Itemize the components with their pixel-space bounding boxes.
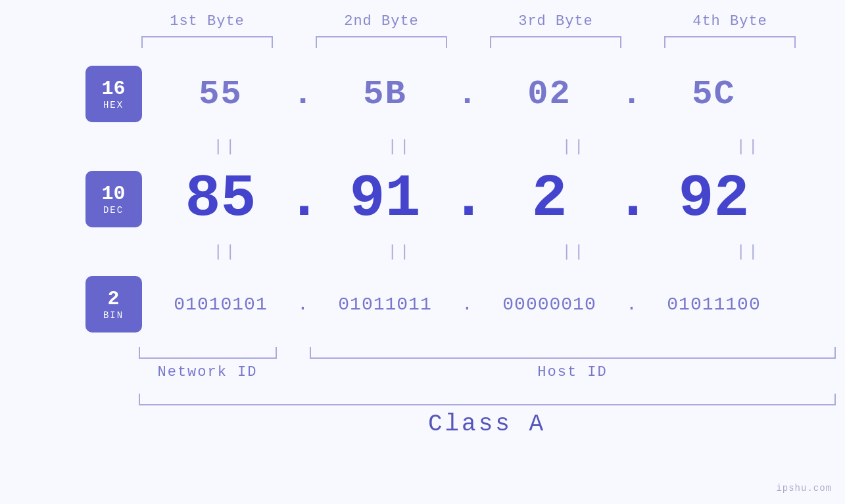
bin-value-3-text: 00000010 xyxy=(502,294,596,315)
dec-val-4: 92 xyxy=(648,170,780,229)
class-label: Class A xyxy=(139,411,836,438)
hex-val-2: 5B xyxy=(320,75,451,114)
bin-dot-3: . xyxy=(616,294,648,315)
dec-val-2: 91 xyxy=(320,170,451,229)
bin-val-2: 01011011 xyxy=(320,294,451,315)
bracket-top-1 xyxy=(141,36,273,48)
network-bracket xyxy=(139,347,277,359)
bin-value-4-text: 01011100 xyxy=(667,294,760,315)
hex-dot-2: . xyxy=(451,75,484,114)
hex-value-1-text: 55 xyxy=(199,75,242,114)
equals-row-2: || || || || xyxy=(139,239,836,265)
byte-label-4: 4th Byte xyxy=(658,13,802,30)
dec-dot-1: . xyxy=(287,166,320,233)
bottom-brackets-network-host xyxy=(139,347,836,359)
hex-dot-3: . xyxy=(616,75,648,114)
bin-row: 2 BIN 01010101 . 01011011 . 00000010 . xyxy=(53,265,793,344)
bin-val-1: 01010101 xyxy=(155,294,287,315)
bin-badge: 2 BIN xyxy=(85,276,142,332)
eq-5: || xyxy=(160,243,291,261)
bin-val-3: 00000010 xyxy=(484,294,616,315)
hex-value-2-text: 5B xyxy=(363,75,406,114)
bracket-dot-gap xyxy=(277,347,310,359)
dec-base-num: 10 xyxy=(101,183,125,205)
hex-row: 16 HEX 55 . 5B . 02 . 5C xyxy=(53,55,793,133)
dec-value-2-text: 91 xyxy=(349,166,420,233)
watermark: ipshu.com xyxy=(776,483,832,493)
hex-val-3: 02 xyxy=(484,75,616,114)
hex-dot-1: . xyxy=(287,75,320,114)
hex-val-4: 5C xyxy=(648,75,780,114)
equals-row-1: || || || || xyxy=(139,133,836,160)
dec-values-row: 85 . 91 . 2 . 92 xyxy=(142,166,793,233)
bin-value-2-text: 01011011 xyxy=(338,294,431,315)
network-id-label: Network ID xyxy=(139,364,277,380)
bin-base-label: BIN xyxy=(103,310,124,321)
main-container: 1st Byte 2nd Byte 3rd Byte 4th Byte 16 H… xyxy=(0,0,845,504)
hex-values-row: 55 . 5B . 02 . 5C xyxy=(142,75,793,114)
bracket-top-2 xyxy=(316,36,447,48)
byte-label-3: 3rd Byte xyxy=(483,13,628,30)
bracket-top-4 xyxy=(664,36,796,48)
bin-dot-2: . xyxy=(451,294,484,315)
eq-1: || xyxy=(160,138,291,156)
dec-base-label: DEC xyxy=(103,205,124,216)
dec-value-4-text: 92 xyxy=(678,166,749,233)
bin-value-1-text: 01010101 xyxy=(174,294,267,315)
class-bracket xyxy=(139,394,836,405)
byte-labels-row: 1st Byte 2nd Byte 3rd Byte 4th Byte xyxy=(120,13,817,30)
host-id-label: Host ID xyxy=(310,364,836,380)
hex-base-num: 16 xyxy=(101,78,125,100)
top-brackets-row xyxy=(120,36,817,48)
hex-badge: 16 HEX xyxy=(85,66,142,122)
eq-8: || xyxy=(683,243,814,261)
hex-value-4-text: 5C xyxy=(692,75,735,114)
dec-val-1: 85 xyxy=(155,170,287,229)
byte-label-1: 1st Byte xyxy=(135,13,279,30)
dec-value-1-text: 85 xyxy=(185,166,256,233)
dec-badge: 10 DEC xyxy=(85,171,142,227)
eq-7: || xyxy=(508,243,640,261)
dec-dot-2: . xyxy=(451,166,484,233)
class-bracket-area: Class A xyxy=(139,394,836,438)
eq-4: || xyxy=(683,138,814,156)
byte-label-2: 2nd Byte xyxy=(309,13,454,30)
bin-dot-1: . xyxy=(287,294,320,315)
bracket-top-3 xyxy=(490,36,621,48)
eq-6: || xyxy=(334,243,466,261)
dec-value-3-text: 2 xyxy=(531,166,567,233)
bin-val-4: 01011100 xyxy=(648,294,780,315)
eq-3: || xyxy=(508,138,640,156)
dec-row: 10 DEC 85 . 91 . 2 . 92 xyxy=(53,160,793,239)
hex-val-1: 55 xyxy=(155,75,287,114)
id-labels-row: Network ID Host ID xyxy=(139,364,836,380)
eq-2: || xyxy=(334,138,466,156)
dec-dot-3: . xyxy=(616,166,648,233)
hex-base-label: HEX xyxy=(103,100,124,110)
dec-val-3: 2 xyxy=(484,170,616,229)
bin-base-num: 2 xyxy=(107,288,119,310)
bin-values-row: 01010101 . 01011011 . 00000010 . 0101110… xyxy=(142,294,793,315)
hex-value-3-text: 02 xyxy=(527,75,571,114)
host-bracket xyxy=(310,347,836,359)
